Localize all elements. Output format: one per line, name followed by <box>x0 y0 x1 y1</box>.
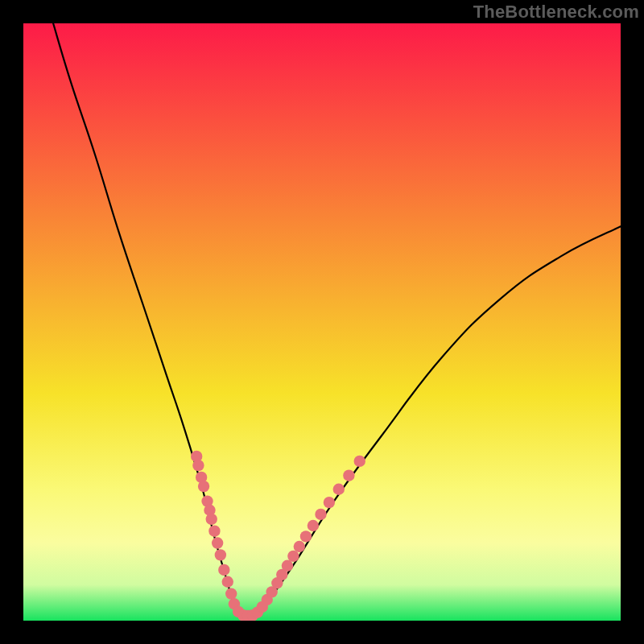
marker-dot <box>324 497 335 508</box>
marker-dot <box>354 456 365 467</box>
marker-dot <box>208 526 220 537</box>
outer-frame: TheBottleneck.com <box>0 0 644 644</box>
marker-dot <box>212 537 223 548</box>
marker-dot <box>282 560 293 572</box>
marker-dot <box>206 514 217 525</box>
marker-dot <box>225 588 237 599</box>
marker-dot <box>192 460 204 471</box>
marker-dot <box>343 469 354 481</box>
marker-dot <box>222 576 233 588</box>
marker-dot <box>300 530 312 542</box>
gradient-background <box>23 23 621 621</box>
marker-dot <box>218 564 229 576</box>
marker-dot <box>198 481 209 492</box>
marker-dot <box>315 509 326 520</box>
watermark-text: TheBottleneck.com <box>473 2 639 23</box>
chart-svg <box>23 23 621 621</box>
marker-dot <box>215 549 226 560</box>
plot-area <box>23 23 621 621</box>
marker-dot <box>287 551 299 562</box>
marker-dot <box>294 541 305 552</box>
marker-dot <box>333 484 345 495</box>
marker-dot <box>308 520 319 531</box>
